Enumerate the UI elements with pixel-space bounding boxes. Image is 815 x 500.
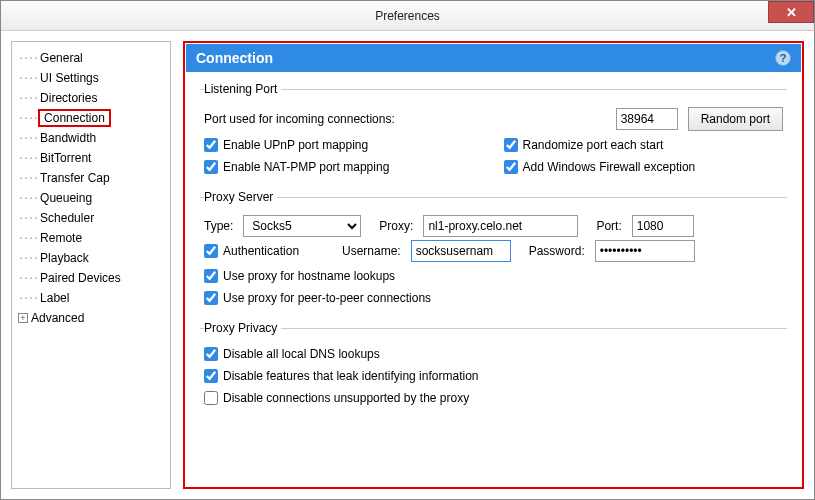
proxy-type-select[interactable]: Socks5 [243,215,361,237]
firewall-checkbox[interactable]: Add Windows Firewall exception [504,156,784,178]
proxy-p2p-checkbox[interactable]: Use proxy for peer-to-peer connections [204,287,783,309]
sidebar-item-advanced[interactable]: +Advanced [16,308,166,328]
hostname-label: Use proxy for hostname lookups [223,269,395,283]
expand-icon[interactable]: + [18,313,28,323]
proxy-hostname-checkbox[interactable]: Use proxy for hostname lookups [204,265,783,287]
proxy-host-input[interactable] [423,215,578,237]
unsupported-label: Disable connections unsupported by the p… [223,391,469,405]
proxy-server-legend: Proxy Server [204,190,277,204]
close-button[interactable]: ✕ [768,1,814,23]
upnp-checkbox[interactable]: Enable UPnP port mapping [204,134,484,156]
username-input[interactable] [411,240,511,262]
sidebar-item-bandwidth[interactable]: ····Bandwidth [16,128,166,148]
sidebar-item-label: UI Settings [40,71,99,85]
incoming-port-input[interactable] [616,108,678,130]
sidebar-item-label: BitTorrent [40,151,91,165]
sidebar: ····General ····UI Settings ····Director… [11,41,171,489]
sidebar-item-playback[interactable]: ····Playback [16,248,166,268]
sidebar-item-label: General [40,51,83,65]
listening-port-group: Listening Port Port used for incoming co… [200,82,787,180]
leak-label: Disable features that leak identifying i… [223,369,478,383]
panel-title: Connection [196,50,273,66]
sidebar-item-scheduler[interactable]: ····Scheduler [16,208,166,228]
random-port-button[interactable]: Random port [688,107,783,131]
sidebar-item-label: Connection [38,109,111,127]
sidebar-item-directories[interactable]: ····Directories [16,88,166,108]
port-label: Port used for incoming connections: [204,112,606,126]
close-icon: ✕ [786,5,797,20]
sidebar-item-label[interactable]: ····Label [16,288,166,308]
proxy-port-input[interactable] [632,215,694,237]
disable-leak-checkbox[interactable]: Disable features that leak identifying i… [204,365,783,387]
password-input[interactable] [595,240,695,262]
upnp-label: Enable UPnP port mapping [223,138,368,152]
authentication-checkbox[interactable]: Authentication [204,240,332,262]
titlebar: Preferences ✕ [1,1,814,31]
proxy-port-label: Port: [596,219,621,233]
sidebar-item-bittorrent[interactable]: ····BitTorrent [16,148,166,168]
sidebar-item-label: Paired Devices [40,271,121,285]
sidebar-item-label: Bandwidth [40,131,96,145]
sidebar-item-transfer-cap[interactable]: ····Transfer Cap [16,168,166,188]
proxy-host-label: Proxy: [379,219,413,233]
sidebar-item-label: Remote [40,231,82,245]
listening-port-legend: Listening Port [204,82,281,96]
username-label: Username: [342,244,401,258]
p2p-label: Use proxy for peer-to-peer connections [223,291,431,305]
auth-label: Authentication [223,244,299,258]
natpmp-checkbox[interactable]: Enable NAT-PMP port mapping [204,156,484,178]
password-label: Password: [529,244,585,258]
help-icon[interactable]: ? [775,50,791,66]
randomize-label: Randomize port each start [523,138,664,152]
proxy-privacy-group: Proxy Privacy Disable all local DNS look… [200,321,787,411]
randomize-port-checkbox[interactable]: Randomize port each start [504,134,784,156]
disable-dns-checkbox[interactable]: Disable all local DNS lookups [204,343,783,365]
sidebar-item-label: Directories [40,91,97,105]
sidebar-item-label: Label [40,291,69,305]
sidebar-item-label: Playback [40,251,89,265]
panel-header: Connection ? [186,44,801,72]
sidebar-item-queueing[interactable]: ····Queueing [16,188,166,208]
sidebar-item-ui-settings[interactable]: ····UI Settings [16,68,166,88]
proxy-server-group: Proxy Server Type: Socks5 Proxy: Port: A… [200,190,787,311]
sidebar-item-label: Queueing [40,191,92,205]
sidebar-item-general[interactable]: ····General [16,48,166,68]
sidebar-item-label: Transfer Cap [40,171,110,185]
main-panel: Connection ? Listening Port Port used fo… [183,41,804,489]
sidebar-item-paired-devices[interactable]: ····Paired Devices [16,268,166,288]
sidebar-item-remote[interactable]: ····Remote [16,228,166,248]
sidebar-item-connection[interactable]: ····Connection [16,108,166,128]
firewall-label: Add Windows Firewall exception [523,160,696,174]
natpmp-label: Enable NAT-PMP port mapping [223,160,389,174]
proxy-type-label: Type: [204,219,233,233]
dns-label: Disable all local DNS lookups [223,347,380,361]
sidebar-item-label: Advanced [31,311,84,325]
window-title: Preferences [375,9,440,23]
proxy-privacy-legend: Proxy Privacy [204,321,281,335]
disable-unsupported-checkbox[interactable]: Disable connections unsupported by the p… [204,387,783,409]
sidebar-item-label: Scheduler [40,211,94,225]
